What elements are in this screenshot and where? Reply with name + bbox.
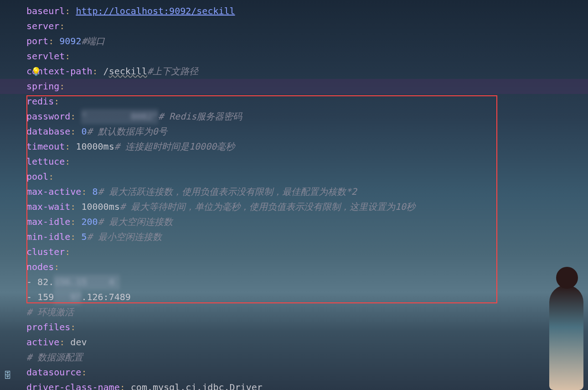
line-cluster[interactable]: cluster: xyxy=(26,244,588,260)
comment-datasource: # 数据源配置 xyxy=(26,350,83,365)
line-context-path[interactable]: context-path: /seckill #上下文路径 xyxy=(26,64,588,79)
val-context-path: seckill xyxy=(109,64,147,79)
comment-max-active: # 最大活跃连接数，使用负值表示没有限制，最佳配置为核数*2 xyxy=(98,184,357,199)
line-password[interactable]: password: " 8082" # Redis服务器密码 xyxy=(26,109,588,124)
line-max-idle[interactable]: max-idle: 200 # 最大空闲连接数 xyxy=(26,214,588,229)
val-max-idle: 200 xyxy=(81,214,98,229)
key-port: port xyxy=(26,34,48,49)
line-max-active[interactable]: max-active: 8 # 最大活跃连接数，使用负值表示没有限制，最佳配置为… xyxy=(26,184,588,199)
comment-context-path: #上下文路径 xyxy=(147,64,198,79)
line-node1[interactable]: - 82.156.15 4 xyxy=(26,275,588,290)
line-min-idle[interactable]: min-idle: 5 # 最小空闲连接数 xyxy=(26,229,588,244)
line-datasource[interactable]: datasource: xyxy=(26,365,588,380)
comment-max-idle: # 最大空闲连接数 xyxy=(98,214,173,229)
line-node2[interactable]: - 159 97.126:7489 xyxy=(26,290,588,305)
key-cluster: cluster xyxy=(26,244,65,260)
key-max-wait: max-wait xyxy=(26,199,70,214)
key-lettuce: lettuce xyxy=(26,154,65,169)
line-nodes[interactable]: nodes: xyxy=(26,260,588,275)
redacted-node2: 97 xyxy=(54,290,81,305)
redacted-password: " 8082" xyxy=(81,109,158,124)
line-pool[interactable]: pool: xyxy=(26,169,588,184)
key-max-idle: max-idle xyxy=(26,214,70,229)
key-min-idle: min-idle xyxy=(26,229,70,244)
line-spring[interactable]: spring: xyxy=(0,79,588,94)
key-profiles: profiles xyxy=(26,320,70,335)
val-max-wait: 10000ms xyxy=(81,199,119,214)
key-database: database xyxy=(26,124,70,139)
redacted-node1: 156.15 4 xyxy=(54,275,120,290)
key-pool: pool xyxy=(26,169,48,184)
key-password: password xyxy=(26,109,70,124)
line-redis[interactable]: redis: xyxy=(26,94,588,109)
line-port[interactable]: port: 9092 #端口 xyxy=(26,34,588,49)
key-nodes: nodes xyxy=(26,260,54,275)
key-max-active: max-active xyxy=(26,184,81,199)
comment-min-idle: # 最小空闲连接数 xyxy=(87,229,161,244)
comment-max-wait: # 最大等待时间，单位为毫秒，使用负值表示没有限制，这里设置为10秒 xyxy=(120,199,415,214)
comment-database: # 默认数据库为0号 xyxy=(87,124,167,139)
line-servlet[interactable]: servlet: xyxy=(26,49,588,64)
line-lettuce[interactable]: lettuce: xyxy=(26,154,588,169)
database-icon[interactable]: 🗄 xyxy=(4,368,12,383)
val-database: 0 xyxy=(81,124,87,139)
key-active: active xyxy=(26,335,59,350)
val-driver: com.mysql.cj.jdbc.Driver xyxy=(131,380,263,390)
val-port: 9092 xyxy=(59,34,81,49)
line-database[interactable]: database: 0 # 默认数据库为0号 xyxy=(26,124,588,139)
line-server[interactable]: server: xyxy=(26,19,588,34)
val-timeout: 10000ms xyxy=(76,139,114,154)
key-driver: driver-class-name xyxy=(26,380,120,390)
line-timeout[interactable]: timeout: 10000ms # 连接超时时间是10000毫秒 xyxy=(26,139,588,154)
val-active: dev xyxy=(70,335,87,350)
val-min-idle: 5 xyxy=(81,229,87,244)
key-servlet: servlet xyxy=(26,49,65,64)
line-active[interactable]: active: dev xyxy=(26,335,588,350)
val-max-active: 8 xyxy=(93,184,98,199)
key-datasource: datasource xyxy=(26,365,81,380)
line-profiles[interactable]: profiles: xyxy=(26,320,588,335)
key-spring: spring xyxy=(26,79,59,94)
comment-profiles: # 环境激活 xyxy=(26,305,74,320)
key-baseurl: baseurl xyxy=(26,4,65,19)
key-redis: redis xyxy=(26,94,54,109)
code-editor[interactable]: baseurl: http://localhost:9092/seckill s… xyxy=(0,4,588,390)
comment-port: #端口 xyxy=(81,34,105,49)
comment-password: # Redis服务器密码 xyxy=(158,109,242,124)
url-baseurl[interactable]: http://localhost:9092/seckill xyxy=(76,4,235,19)
comment-timeout: # 连接超时时间是10000毫秒 xyxy=(114,139,235,154)
line-profiles-comment[interactable]: # 环境激活 xyxy=(26,305,588,320)
line-max-wait[interactable]: max-wait: 10000ms # 最大等待时间，单位为毫秒，使用负值表示没… xyxy=(26,199,588,214)
key-server: server xyxy=(26,19,59,34)
line-datasource-comment[interactable]: # 数据源配置 xyxy=(26,350,588,365)
line-driver[interactable]: driver-class-name: com.mysql.cj.jdbc.Dri… xyxy=(26,380,588,390)
background-character xyxy=(538,262,588,390)
lightbulb-icon[interactable]: 💡 xyxy=(31,64,41,79)
line-baseurl[interactable]: baseurl: http://localhost:9092/seckill xyxy=(26,4,588,19)
key-timeout: timeout xyxy=(26,139,65,154)
